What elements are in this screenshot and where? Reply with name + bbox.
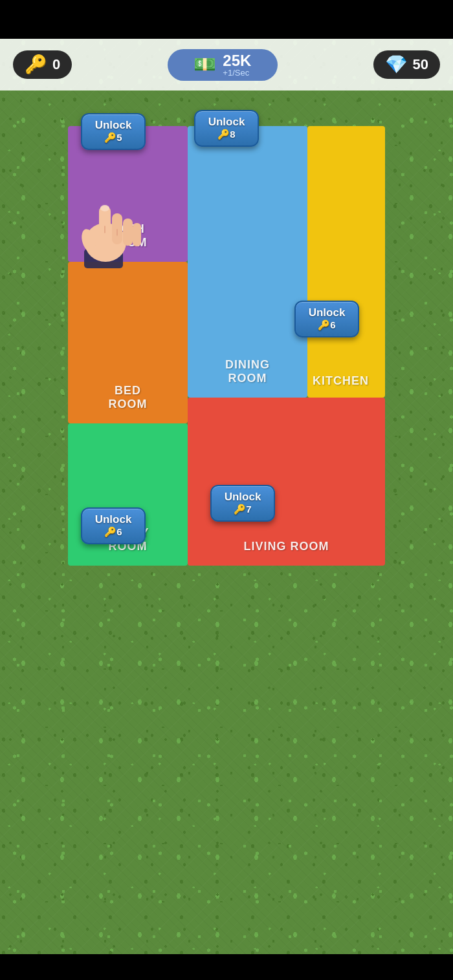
unlock-kitchen-text: Unlock 🔑6 (305, 307, 349, 331)
game-container: 🔑 0 💵 25K +1/Sec 💎 50 BATHROOM B (0, 0, 453, 980)
kitchen-label: KITCHEN (313, 374, 369, 389)
money-values: 25K +1/Sec (223, 53, 251, 77)
unlock-kitchen-key: 🔑6 (318, 319, 335, 330)
gems-value: 50 (413, 56, 428, 73)
unlock-bathroom-label: Unlock (95, 119, 132, 131)
gems-counter: 💎 50 (373, 50, 440, 79)
money-counter: 💵 25K +1/Sec (168, 49, 278, 81)
unlock-livingroom-button[interactable]: Unlock 🔑7 (210, 485, 275, 522)
room-livingroom[interactable]: LIVING ROOM (188, 398, 385, 566)
hud: 🔑 0 💵 25K +1/Sec 💎 50 (0, 39, 453, 91)
money-value: 25K (223, 53, 251, 69)
money-wrap: 💵 25K +1/Sec (193, 53, 251, 77)
livingroom-label: LIVING ROOM (244, 540, 329, 554)
unlock-livingroom-label: Unlock (225, 491, 261, 503)
gem-icon: 💎 (385, 56, 408, 74)
unlock-studyroom-text: Unlock 🔑6 (91, 514, 135, 538)
unlock-diningroom-text: Unlock 🔑8 (204, 116, 249, 140)
bedroom-label: BEDROOM (109, 384, 148, 412)
unlock-livingroom-key: 🔑7 (234, 504, 251, 515)
keys-value: 0 (52, 56, 60, 73)
room-kitchen[interactable]: KITCHEN (307, 126, 385, 398)
money-icon: 💵 (193, 56, 216, 74)
room-diningroom[interactable]: DININGROOM (188, 126, 307, 398)
unlock-diningroom-button[interactable]: Unlock 🔑8 (194, 110, 259, 147)
unlock-kitchen-label: Unlock (309, 306, 346, 319)
unlock-bathroom-button[interactable]: Unlock 🔑5 (81, 113, 146, 150)
unlock-bathroom-text: Unlock 🔑5 (91, 120, 135, 144)
key-icon: 🔑 (25, 56, 47, 74)
top-black-bar (0, 0, 453, 39)
keys-counter: 🔑 0 (13, 50, 72, 79)
unlock-studyroom-label: Unlock (95, 513, 132, 526)
unlock-studyroom-button[interactable]: Unlock 🔑6 (81, 507, 146, 544)
unlock-diningroom-label: Unlock (208, 116, 245, 128)
unlock-kitchen-button[interactable]: Unlock 🔑6 (294, 301, 359, 337)
room-bedroom[interactable]: BEDROOM (68, 262, 188, 423)
unlock-studyroom-key: 🔑6 (104, 526, 122, 537)
unlock-bathroom-key: 🔑5 (104, 132, 122, 143)
unlock-diningroom-key: 🔑8 (217, 129, 235, 140)
bottom-black-bar (0, 954, 453, 980)
diningroom-label: DININGROOM (225, 358, 270, 386)
unlock-livingroom-text: Unlock 🔑7 (221, 491, 265, 515)
bathroom-label: BATHROOM (109, 222, 148, 250)
money-rate: +1/Sec (223, 69, 251, 77)
